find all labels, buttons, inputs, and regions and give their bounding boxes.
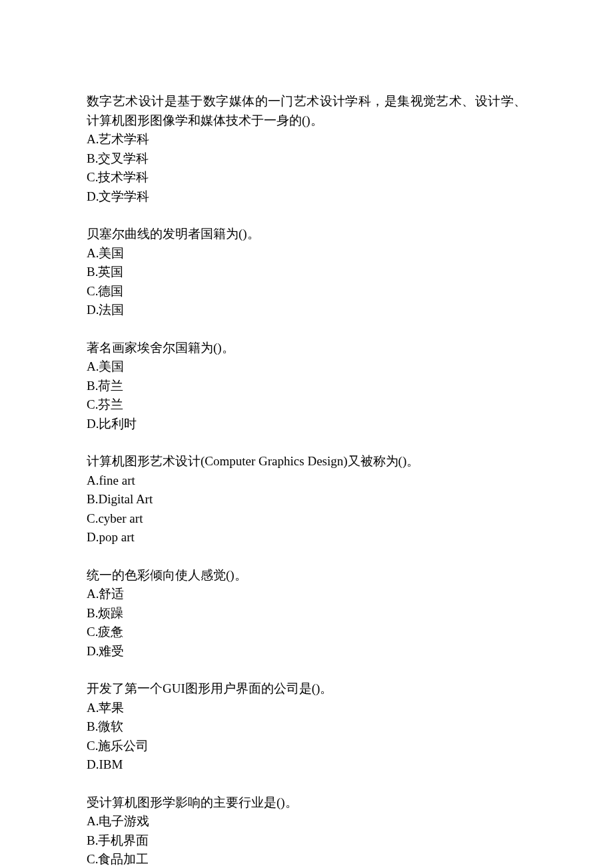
option-c: C.施乐公司 <box>87 737 526 756</box>
option-b: B.Digital Art <box>87 490 526 509</box>
option-b: B.交叉学科 <box>87 149 526 169</box>
option-c: C.芬兰 <box>87 395 526 415</box>
option-a: A.电子游戏 <box>87 812 526 831</box>
question-block: 受计算机图形学影响的主要行业是()。 A.电子游戏 B.手机界面 C.食品加工 … <box>87 793 526 869</box>
option-b: B.微软 <box>87 717 526 737</box>
option-a: A.舒适 <box>87 585 526 604</box>
question-block: 开发了第一个GUI图形用户界面的公司是()。 A.苹果 B.微软 C.施乐公司 … <box>87 679 526 775</box>
option-a: A.fine art <box>87 471 526 491</box>
document-content: 数字艺术设计是基于数字媒体的一门艺术设计学科，是集视觉艺术、设计学、计算机图形图… <box>87 92 526 868</box>
question-stem: 计算机图形艺术设计(Computer Graphics Design)又被称为(… <box>87 452 526 471</box>
question-stem: 开发了第一个GUI图形用户界面的公司是()。 <box>87 679 526 699</box>
option-d: D.文学学科 <box>87 187 526 207</box>
option-a: A.艺术学科 <box>87 130 526 149</box>
option-c: C.cyber art <box>87 509 526 529</box>
option-b: B.手机界面 <box>87 831 526 851</box>
option-a: A.美国 <box>87 357 526 377</box>
option-b: B.烦躁 <box>87 604 526 623</box>
option-a: A.美国 <box>87 244 526 263</box>
question-stem: 著名画家埃舍尔国籍为()。 <box>87 339 526 358</box>
option-d: D.pop art <box>87 528 526 547</box>
option-a: A.苹果 <box>87 699 526 718</box>
question-block: 计算机图形艺术设计(Computer Graphics Design)又被称为(… <box>87 452 526 547</box>
option-d: D.难受 <box>87 642 526 661</box>
question-block: 著名画家埃舍尔国籍为()。 A.美国 B.荷兰 C.芬兰 D.比利时 <box>87 339 526 434</box>
option-d: D.法国 <box>87 301 526 320</box>
question-block: 贝塞尔曲线的发明者国籍为()。 A.美国 B.英国 C.德国 D.法国 <box>87 225 526 320</box>
option-b: B.英国 <box>87 263 526 282</box>
option-d: D.IBM <box>87 755 526 775</box>
option-c: C.疲惫 <box>87 623 526 642</box>
question-stem: 数字艺术设计是基于数字媒体的一门艺术设计学科，是集视觉艺术、设计学、计算机图形图… <box>87 92 526 130</box>
option-c: C.食品加工 <box>87 850 526 868</box>
question-stem: 贝塞尔曲线的发明者国籍为()。 <box>87 225 526 244</box>
question-stem: 受计算机图形学影响的主要行业是()。 <box>87 793 526 813</box>
option-c: C.德国 <box>87 282 526 301</box>
option-c: C.技术学科 <box>87 168 526 187</box>
question-block: 统一的色彩倾向使人感觉()。 A.舒适 B.烦躁 C.疲惫 D.难受 <box>87 566 526 661</box>
option-d: D.比利时 <box>87 415 526 434</box>
question-block: 数字艺术设计是基于数字媒体的一门艺术设计学科，是集视觉艺术、设计学、计算机图形图… <box>87 92 526 206</box>
option-b: B.荷兰 <box>87 377 526 396</box>
question-stem: 统一的色彩倾向使人感觉()。 <box>87 566 526 585</box>
